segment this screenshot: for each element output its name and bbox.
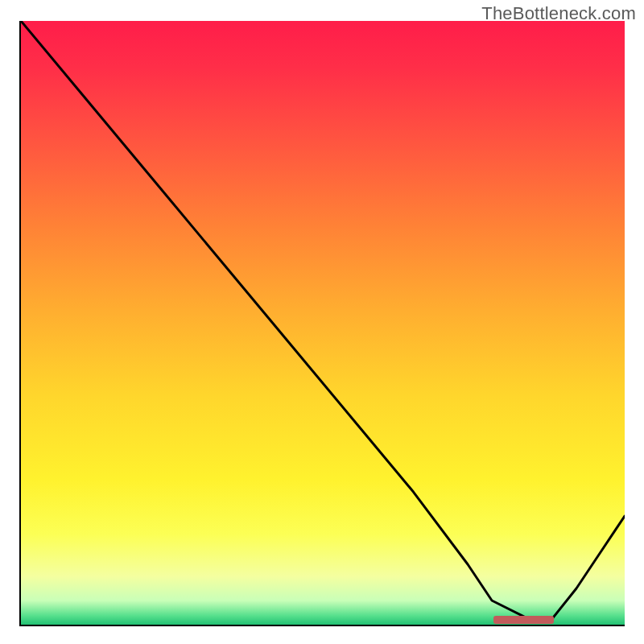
minimum-marker [493,616,554,624]
curve-line [21,21,625,625]
chart-plot-area [19,21,625,626]
